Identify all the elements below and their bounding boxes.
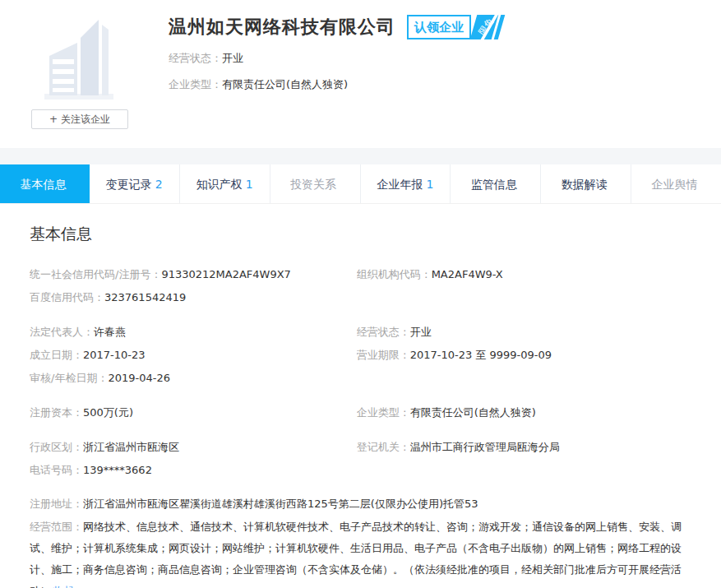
field-admin-division: 行政区划浙江省温州市瓯海区 — [30, 436, 357, 459]
field-baidu-credit-code: 百度信用代码323761542419 — [30, 286, 357, 309]
info-group-region: 行政区划浙江省温州市瓯海区 登记机关温州市工商行政管理局瓯海分局 电话号码139… — [30, 436, 691, 482]
tab-intellectual-property[interactable]: 知识产权1 — [180, 164, 270, 203]
field-registration-authority: 登记机关温州市工商行政管理局瓯海分局 — [357, 436, 691, 459]
tab-label: 数据解读 — [562, 178, 608, 191]
info-row: 审核/年检日期2019-04-26 — [30, 367, 691, 390]
collapse-link[interactable]: 收起 — [53, 585, 74, 588]
field-business-scope: 经营范围网络技术、信息技术、通信技术、计算机软硬件技术、电子产品技术的转让、咨询… — [30, 516, 691, 588]
field-operating-status: 经营状态开业 — [357, 321, 691, 344]
field-label: 法定代表人 — [30, 326, 94, 338]
company-name: 温州如天网络科技有限公司 — [169, 15, 395, 39]
field-credit-code: 统一社会信用代码/注册号91330212MA2AF4W9X7 — [30, 263, 357, 286]
tab-bar: 基本信息 变更记录2 知识产权1 投资关系 企业年报1 监管信息 数据解读 企业… — [0, 164, 721, 204]
field-review-date: 审核/年检日期2019-04-26 — [30, 367, 357, 390]
field-registered-capital: 注册资本500万(元) — [30, 401, 357, 424]
field-value: 浙江省温州市瓯海区 — [83, 441, 179, 453]
info-row: 百度信用代码323761542419 — [30, 286, 691, 309]
tab-supervision-info[interactable]: 监管信息 — [451, 164, 541, 203]
field-business-term: 营业期限2017-10-23 至 9999-09-09 — [357, 344, 691, 367]
follow-button-label: 关注该企业 — [61, 113, 110, 125]
tab-label: 企业年报 — [377, 178, 423, 191]
tab-label: 监管信息 — [471, 178, 517, 191]
tab-label: 基本信息 — [20, 178, 66, 191]
field-label: 电话号码 — [30, 464, 83, 476]
tab-public-sentiment[interactable]: 企业舆情 — [631, 164, 721, 203]
field-company-type: 企业类型有限责任公司(自然人独资) — [357, 401, 691, 424]
tab-basic-info[interactable]: 基本信息 — [0, 164, 90, 203]
info-group-dates: 法定代表人许春燕 经营状态开业 成立日期2017-10-23 营业期限2017-… — [30, 321, 691, 390]
basic-info-panel: 基本信息 统一社会信用代码/注册号91330212MA2AF4W9X7 组织机构… — [0, 204, 721, 588]
info-row: 电话号码139****3662 — [30, 459, 691, 482]
tab-annual-report[interactable]: 企业年报1 — [361, 164, 451, 203]
field-value: 浙江省温州市瓯海区瞿溪街道雄溪村雄溪街西路125号第二层(仅限办公使用)托管53 — [83, 498, 478, 510]
status-value: 开业 — [222, 52, 243, 64]
info-row: 法定代表人许春燕 经营状态开业 — [30, 321, 691, 344]
status-label: 经营状态 — [169, 52, 222, 64]
tab-label: 变更记录 — [106, 178, 152, 191]
info-group-codes: 统一社会信用代码/注册号91330212MA2AF4W9X7 组织机构代码MA2… — [30, 263, 691, 309]
field-label: 百度信用代码 — [30, 291, 104, 303]
tab-label: 知识产权 — [196, 178, 243, 191]
info-group-capital: 注册资本500万(元) 企业类型有限责任公司(自然人独资) — [30, 401, 691, 424]
field-label: 行政区划 — [30, 441, 83, 453]
field-org-code: 组织机构代码MA2AF4W9-X — [357, 263, 691, 286]
company-type-label: 企业类型 — [169, 78, 222, 90]
claim-company-badge[interactable]: 认领企业 限免 — [407, 15, 501, 39]
claim-badge-label: 认领企业 — [407, 15, 471, 39]
field-label: 经营状态 — [357, 326, 410, 338]
company-header: + 关注该企业 温州如天网络科技有限公司 认领企业 限免 经营状态开业 企业类型… — [0, 0, 721, 148]
info-row: 行政区划浙江省温州市瓯海区 登记机关温州市工商行政管理局瓯海分局 — [30, 436, 691, 459]
field-label: 审核/年检日期 — [30, 372, 108, 384]
info-row: 统一社会信用代码/注册号91330212MA2AF4W9X7 组织机构代码MA2… — [30, 263, 691, 286]
tab-count: 1 — [426, 178, 433, 191]
field-value: 网络技术、信息技术、通信技术、计算机软硬件技术、电子产品技术的转让、咨询；游戏开… — [30, 521, 682, 588]
field-establish-date: 成立日期2017-10-23 — [30, 344, 357, 367]
field-label: 统一社会信用代码/注册号 — [30, 268, 161, 280]
field-phone-number: 电话号码139****3662 — [30, 459, 357, 482]
free-ribbon-label: 限免 — [476, 16, 497, 38]
info-row: 注册资本500万(元) 企业类型有限责任公司(自然人独资) — [30, 401, 691, 424]
field-value: 2017-10-23 至 9999-09-09 — [410, 349, 552, 361]
field-label: 注册资本 — [30, 406, 83, 419]
tab-count: 2 — [155, 178, 163, 191]
field-label: 营业期限 — [357, 349, 410, 361]
field-value: 许春燕 — [94, 326, 126, 338]
field-value: 500万(元) — [83, 406, 133, 419]
field-value: MA2AF4W9-X — [432, 268, 503, 280]
follow-company-button[interactable]: + 关注该企业 — [31, 109, 128, 129]
field-value: 2019-04-26 — [108, 372, 170, 384]
field-value: 91330212MA2AF4W9X7 — [161, 268, 291, 280]
field-value: 139****3662 — [83, 464, 152, 476]
info-row: 成立日期2017-10-23 营业期限2017-10-23 至 9999-09-… — [30, 344, 691, 367]
field-label: 注册地址 — [30, 498, 83, 510]
field-label: 组织机构代码 — [357, 268, 432, 280]
field-registered-address: 注册地址浙江省温州市瓯海区瞿溪街道雄溪村雄溪街西路125号第二层(仅限办公使用)… — [30, 493, 691, 515]
plus-icon: + — [49, 113, 58, 125]
field-label: 登记机关 — [357, 441, 410, 453]
field-value: 温州市工商行政管理局瓯海分局 — [410, 441, 560, 453]
field-value: 2017-10-23 — [83, 349, 146, 361]
field-label: 经营范围 — [30, 521, 83, 533]
building-icon — [30, 8, 128, 107]
section-title: 基本信息 — [30, 224, 691, 245]
field-value: 323761542419 — [104, 291, 186, 303]
tab-investment-relations[interactable]: 投资关系 — [270, 164, 361, 203]
tab-label: 企业舆情 — [652, 178, 698, 191]
field-legal-representative: 法定代表人许春燕 — [30, 321, 357, 344]
tab-count: 1 — [246, 178, 253, 191]
tab-data-interpretation[interactable]: 数据解读 — [541, 164, 631, 203]
field-label: 企业类型 — [357, 406, 410, 419]
field-label: 成立日期 — [30, 349, 83, 361]
field-value: 开业 — [410, 326, 432, 338]
company-type-value: 有限责任公司(自然人独资) — [222, 78, 348, 90]
field-value: 有限责任公司(自然人独资) — [410, 406, 536, 419]
header-tab-divider — [0, 148, 721, 164]
tab-label: 投资关系 — [290, 178, 336, 191]
tab-change-records[interactable]: 变更记录2 — [90, 164, 180, 203]
